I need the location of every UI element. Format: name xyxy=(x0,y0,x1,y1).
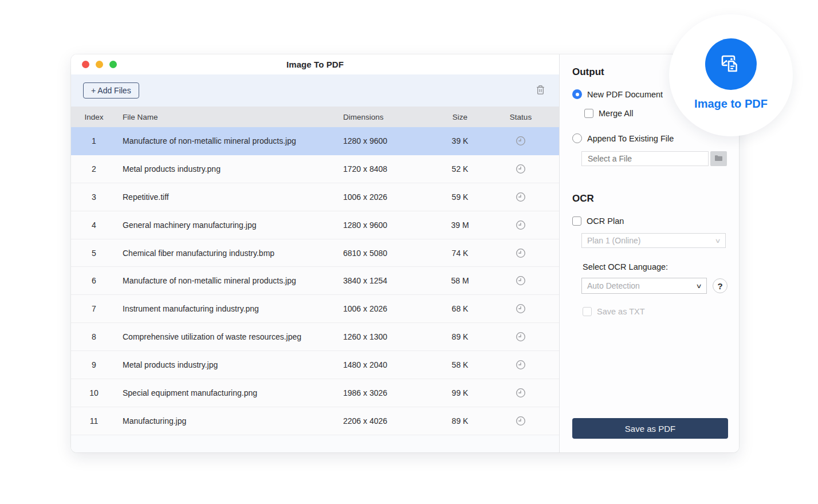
add-files-button[interactable]: + Add Files xyxy=(83,82,139,99)
append-file-row xyxy=(581,151,727,166)
cell-file-name: Metal products industry.jpg xyxy=(117,360,343,369)
file-list-pane: Image To PDF + Add Files Index Fil xyxy=(71,54,559,452)
cell-index: 7 xyxy=(71,304,117,313)
cell-dimensions: 1986 x 3026 xyxy=(343,388,438,397)
cell-size: 89 K xyxy=(438,332,482,341)
merge-all-checkbox[interactable] xyxy=(584,109,593,118)
cell-index: 4 xyxy=(71,220,117,230)
save-as-pdf-button[interactable]: Save as PDF xyxy=(572,418,728,439)
toolbar: + Add Files xyxy=(71,74,559,107)
table-row[interactable]: 2Metal products industry.png1720 x 84085… xyxy=(71,155,559,183)
clock-status-icon xyxy=(516,388,526,398)
trash-icon xyxy=(535,84,546,97)
cell-status xyxy=(482,136,559,146)
cell-dimensions: 1480 x 2040 xyxy=(343,360,438,369)
chevron-down-icon: ∨ xyxy=(695,282,702,290)
clock-status-icon xyxy=(516,136,526,146)
clock-status-icon xyxy=(516,416,526,426)
cell-dimensions: 1006 x 2026 xyxy=(343,192,438,202)
table-row[interactable]: 8Comprehensive utilization of waste reso… xyxy=(71,323,559,351)
image-to-pdf-badge: Image to PDF xyxy=(669,14,793,136)
table-row[interactable]: 5Chemical fiber manufacturing industry.b… xyxy=(71,239,559,267)
ocr-language-label: Select OCR Language: xyxy=(583,262,727,271)
cell-file-name: Metal products industry.png xyxy=(117,164,343,174)
cell-status xyxy=(482,220,559,230)
badge-label: Image to PDF xyxy=(694,97,768,111)
cell-size: 52 K xyxy=(438,164,482,174)
cell-index: 9 xyxy=(71,360,117,369)
new-pdf-radio[interactable] xyxy=(572,89,582,99)
cell-dimensions: 1280 x 9600 xyxy=(343,220,438,230)
browse-file-button[interactable] xyxy=(710,151,727,166)
cell-size: 89 K xyxy=(438,416,482,426)
cell-status xyxy=(482,388,559,398)
table-row[interactable]: 6Manufacture of non-metallic mineral pro… xyxy=(71,267,559,295)
column-header-dimensions: Dimensions xyxy=(343,113,438,121)
cell-status xyxy=(482,416,559,426)
cell-index: 8 xyxy=(71,332,117,341)
delete-files-button[interactable] xyxy=(534,83,547,99)
ocr-section-heading: OCR xyxy=(572,193,727,204)
ocr-language-row: Auto Detection ∨ ? xyxy=(581,278,727,294)
cell-size: 58 K xyxy=(438,360,482,369)
cell-status xyxy=(482,275,559,286)
save-as-txt-checkbox[interactable] xyxy=(583,307,592,316)
cell-dimensions: 6810 x 5080 xyxy=(343,249,438,258)
table-row[interactable]: 10Special equipment manufacturing.png198… xyxy=(71,379,559,407)
append-label: Append To Existing File xyxy=(587,134,674,143)
traffic-lights xyxy=(82,54,117,74)
table-row[interactable]: 4General machinery manufacturing.jpg1280… xyxy=(71,211,559,239)
cell-status xyxy=(482,304,559,314)
ocr-plan-option[interactable]: OCR Plan xyxy=(572,216,727,226)
ocr-help-button[interactable]: ? xyxy=(713,278,727,293)
close-window-button[interactable] xyxy=(82,61,89,68)
cell-size: 39 K xyxy=(438,136,482,145)
ocr-plan-select[interactable]: Plan 1 (Online) ∨ xyxy=(581,233,726,248)
clock-status-icon xyxy=(516,304,526,314)
ocr-plan-checkbox[interactable] xyxy=(572,216,581,226)
cell-file-name: General machinery manufacturing.jpg xyxy=(117,220,343,230)
table-row[interactable]: 3Repetitive.tiff1006 x 202659 K xyxy=(71,183,559,211)
cell-status xyxy=(482,248,559,258)
minimize-window-button[interactable] xyxy=(96,61,103,68)
cell-status xyxy=(482,164,559,174)
cell-file-name: Manufacture of non-metallic mineral prod… xyxy=(117,276,343,285)
table-row[interactable]: 11Manufacturing.jpg2206 x 402689 K xyxy=(71,407,559,435)
cell-status xyxy=(482,332,559,342)
save-as-txt-label: Save as TXT xyxy=(597,307,645,316)
table-row[interactable]: 1Manufacture of non-metallic mineral pro… xyxy=(71,127,559,155)
cell-dimensions: 2206 x 4026 xyxy=(343,416,438,426)
cell-size: 74 K xyxy=(438,249,482,258)
cell-dimensions: 3840 x 1254 xyxy=(343,276,438,285)
cell-index: 10 xyxy=(71,388,117,397)
merge-all-label: Merge All xyxy=(599,109,633,118)
append-radio[interactable] xyxy=(572,133,582,143)
table-row[interactable]: 7Instrument manufacturing industry.png10… xyxy=(71,295,559,323)
column-header-status: Status xyxy=(482,113,559,121)
ocr-plan-label: OCR Plan xyxy=(587,216,624,226)
cell-size: 68 K xyxy=(438,304,482,313)
table-empty-area xyxy=(71,435,559,452)
cell-size: 58 M xyxy=(438,276,482,285)
cell-file-name: Comprehensive utilization of waste resou… xyxy=(117,332,343,341)
zoom-window-button[interactable] xyxy=(109,61,117,68)
cell-index: 11 xyxy=(71,416,117,426)
clock-status-icon xyxy=(516,164,526,174)
table-row[interactable]: 9Metal products industry.jpg1480 x 20405… xyxy=(71,351,559,379)
cell-file-name: Repetitive.tiff xyxy=(117,192,343,202)
append-option[interactable]: Append To Existing File xyxy=(572,133,727,143)
window-title: Image To PDF xyxy=(286,60,344,69)
cell-status xyxy=(482,192,559,202)
window-titlebar: Image To PDF xyxy=(71,54,559,74)
select-file-input[interactable] xyxy=(581,151,709,166)
cell-index: 3 xyxy=(71,192,117,202)
file-table-body: 1Manufacture of non-metallic mineral pro… xyxy=(71,127,559,435)
chevron-down-icon: ∨ xyxy=(714,237,721,245)
ocr-language-select[interactable]: Auto Detection ∨ xyxy=(581,278,707,294)
cell-dimensions: 1260 x 1300 xyxy=(343,332,438,341)
clock-status-icon xyxy=(516,248,526,258)
new-pdf-label: New PDF Document xyxy=(587,90,663,99)
cell-status xyxy=(482,360,559,370)
folder-icon xyxy=(714,155,723,163)
clock-status-icon xyxy=(516,220,526,230)
